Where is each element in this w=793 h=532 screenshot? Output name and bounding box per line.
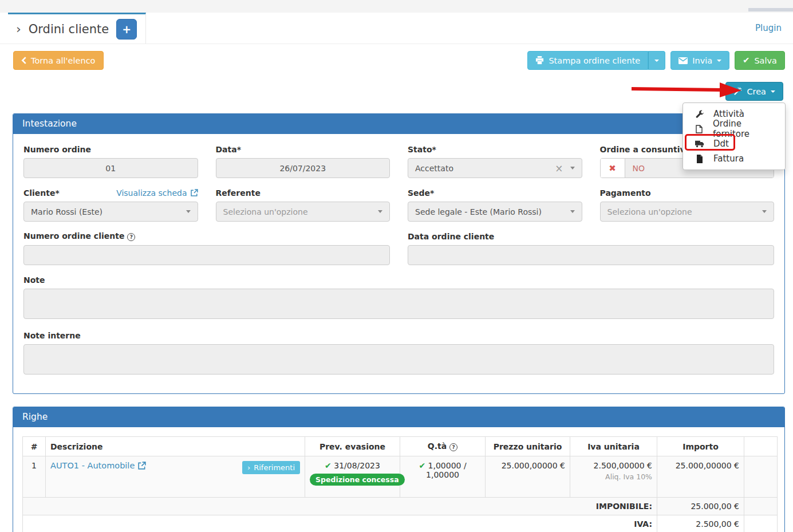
numero-ordine-input[interactable] — [23, 158, 198, 178]
caret-down-icon — [570, 167, 575, 170]
chevron-right-icon: › — [16, 23, 21, 36]
data-input[interactable] — [216, 158, 390, 178]
check-icon: ✔ — [419, 461, 425, 470]
note-interne-textarea[interactable] — [23, 344, 774, 375]
cliente-select[interactable]: Mario Rossi (Este) — [23, 202, 198, 222]
send-button[interactable]: Invia — [670, 51, 729, 70]
check-icon: ✔ — [743, 56, 749, 65]
row-number: 1 — [23, 456, 46, 498]
stato-select[interactable]: Accettato × — [408, 158, 582, 178]
totale-imponibile-row: IMPONIBILE: 25.000,00 € — [23, 498, 778, 515]
importo-cell: 25.000,00000 € — [657, 456, 744, 498]
caret-down-icon — [186, 210, 191, 213]
caret-down-icon — [378, 210, 382, 213]
question-circle-icon[interactable]: ? — [449, 443, 457, 451]
iva-label: IVA: — [23, 515, 657, 532]
magic-wand-icon — [733, 87, 742, 96]
top-strip — [0, 0, 793, 13]
article-link[interactable]: AUTO1 - Automobile — [50, 461, 146, 470]
caret-down-icon — [717, 60, 721, 62]
plugin-link[interactable]: Plugin — [755, 23, 782, 33]
ordine-consuntivo-label: Ordine a consuntivo — [600, 145, 691, 154]
tab-ordini-cliente[interactable]: › Ordini cliente + — [8, 13, 146, 44]
cliente-label: Cliente* — [23, 188, 60, 198]
stato-label: Stato* — [408, 145, 436, 154]
caret-down-icon — [654, 60, 659, 62]
back-to-list-button[interactable]: Torna all'elenco — [13, 51, 104, 70]
menu-item-fattura[interactable]: Fattura — [683, 151, 785, 166]
file-outline-icon — [695, 125, 704, 133]
chevron-left-icon — [21, 57, 26, 64]
data-ordine-cliente-input[interactable] — [408, 245, 774, 265]
cross-icon[interactable]: ✖ — [601, 159, 625, 178]
sede-select[interactable]: Sede legale - Este (Mario Rossi) — [408, 202, 582, 222]
totale-iva-row: IVA: 2.500,00 € — [23, 515, 778, 532]
qta-cell: ✔ 1,00000 / 1,00000 — [400, 456, 486, 498]
col-iva-unitaria: Iva unitaria — [570, 437, 657, 456]
field-referente: Referente Seleziona un'opzione — [216, 188, 390, 222]
caret-down-icon — [762, 210, 767, 213]
prezzo-unitario-cell: 25.000,00000 € — [486, 456, 570, 498]
question-circle-icon[interactable]: ? — [127, 233, 135, 241]
numero-ordine-cliente-label: Numero ordine cliente? — [23, 231, 135, 241]
clear-icon[interactable]: × — [555, 163, 563, 174]
pagamento-select[interactable]: Seleziona un'opzione — [600, 202, 775, 222]
field-numero-ordine-cliente: Numero ordine cliente? — [23, 231, 390, 265]
righe-panel-title: Righe — [13, 407, 784, 427]
note-interne-label: Note interne — [23, 331, 81, 340]
field-data: Data* — [216, 144, 390, 178]
page-title: Ordini cliente — [29, 22, 109, 36]
envelope-icon — [678, 57, 688, 64]
tab-bar: › Ordini cliente + Plugin — [0, 13, 793, 44]
create-dropdown-menu: Attività Ordine fornitore Ddt Fattura — [682, 103, 786, 170]
intestazione-panel-title: Intestazione — [13, 114, 784, 134]
field-sede: Sede* Sede legale - Este (Mario Rossi) — [408, 188, 582, 222]
righe-table: # Descrizione Prev. evasione Q.tà? Prezz… — [22, 436, 778, 532]
save-button[interactable]: ✔ Salva — [735, 51, 785, 70]
righe-panel: Righe # Descrizione Prev. evasione Q.tà?… — [13, 407, 785, 532]
col-prezzo-unitario: Prezzo unitario — [486, 437, 570, 456]
spedizione-badge: Spedizione concessa — [310, 474, 405, 486]
data-ordine-cliente-label: Data ordine cliente — [408, 232, 494, 241]
referente-select[interactable]: Seleziona un'opzione — [216, 202, 390, 222]
wrench-icon — [695, 110, 704, 119]
riferimenti-badge[interactable]: › Riferimenti — [242, 461, 300, 474]
pagamento-label: Pagamento — [600, 188, 651, 198]
inactive-tab-stub — [748, 8, 793, 11]
chevron-right-icon: › — [247, 463, 250, 472]
field-note: Note — [23, 275, 774, 321]
menu-item-ordine-fornitore[interactable]: Ordine fornitore — [683, 121, 785, 136]
truck-icon — [695, 140, 704, 148]
col-actions — [744, 437, 778, 456]
field-stato: Stato* Accettato × — [408, 144, 582, 178]
col-qta: Q.tà? — [400, 437, 486, 456]
sede-label: Sede* — [408, 188, 434, 198]
toolbar: Torna all'elenco Stampa ordine cliente I… — [13, 51, 785, 70]
intestazione-panel: Intestazione Numero ordine Data* Stato* … — [13, 113, 785, 394]
add-order-button[interactable]: + — [116, 19, 137, 40]
col-descrizione: Descrizione — [46, 437, 305, 456]
external-link-icon — [138, 462, 146, 470]
iva-value: 2.500,00 € — [657, 515, 744, 532]
print-order-button[interactable]: Stampa ordine cliente — [527, 51, 648, 70]
note-label: Note — [23, 275, 45, 285]
col-importo: Importo — [657, 437, 744, 456]
col-num: # — [23, 437, 46, 456]
col-prev-evasione: Prev. evasione — [305, 437, 400, 456]
caret-down-icon — [570, 210, 575, 213]
imponibile-label: IMPONIBILE: — [23, 498, 657, 515]
field-numero-ordine: Numero ordine — [23, 144, 198, 178]
iva-unitaria-cell: 2.500,00000 € Aliq. Iva 10% — [570, 456, 657, 498]
row-actions-cell — [744, 456, 778, 498]
create-button[interactable]: Crea — [725, 82, 783, 101]
prev-evasione-cell: ✔ 31/08/2023 Spedizione concessa — [305, 456, 400, 498]
external-link-icon — [191, 189, 198, 196]
note-textarea[interactable] — [23, 289, 774, 319]
print-options-caret[interactable] — [648, 51, 665, 70]
numero-ordine-cliente-input[interactable] — [23, 245, 390, 265]
visualizza-scheda-link[interactable]: Visualizza scheda — [116, 188, 198, 198]
numero-ordine-label: Numero ordine — [23, 145, 91, 154]
caret-down-icon — [771, 90, 775, 93]
field-note-interne: Note interne — [23, 330, 774, 376]
table-row: 1 AUTO1 - Automobile — [23, 456, 778, 498]
